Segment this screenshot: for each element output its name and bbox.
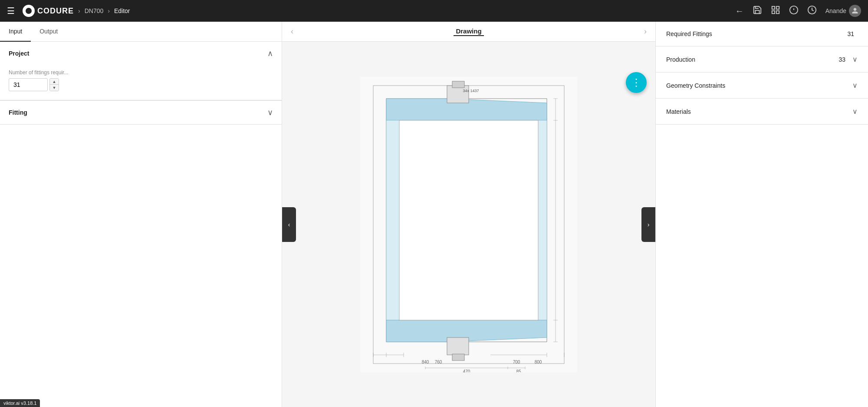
back-icon[interactable]: ← bbox=[735, 6, 744, 16]
left-toggle-icon: ‹ bbox=[288, 221, 290, 228]
materials-chevron-icon: ∨ bbox=[852, 107, 858, 116]
project-section-content: Number of fittings requir... ▲ ▼ bbox=[0, 65, 282, 100]
drawing-title: Drawing bbox=[456, 27, 481, 35]
main-layout: Input Output Project ∧ Number of fitting… bbox=[0, 22, 868, 407]
user-name: Anande bbox=[825, 7, 846, 14]
svg-rect-2 bbox=[772, 10, 774, 13]
fitting-chevron-icon: ∨ bbox=[267, 108, 273, 117]
svg-rect-1 bbox=[776, 6, 779, 9]
svg-rect-15 bbox=[452, 81, 464, 88]
fittings-stepper: ▲ ▼ bbox=[49, 78, 59, 91]
right-section-geometry: Geometry Constraints ∨ bbox=[656, 73, 868, 99]
svg-rect-16 bbox=[447, 338, 469, 355]
svg-text:840: 840 bbox=[422, 360, 429, 364]
fitting-section-header[interactable]: Fitting ∨ bbox=[0, 101, 282, 124]
right-section-required-fittings: Required Fittings 31 bbox=[656, 22, 868, 46]
svg-text:34x 1437: 34x 1437 bbox=[463, 89, 479, 93]
svg-rect-3 bbox=[776, 10, 779, 13]
drawing-canvas: ⋮ ‹ › bbox=[282, 42, 655, 407]
fitting-section: Fitting ∨ bbox=[0, 101, 282, 125]
fittings-number-input[interactable] bbox=[9, 78, 48, 91]
right-panel-toggle[interactable]: › bbox=[641, 207, 655, 242]
production-right: 33 ∨ bbox=[838, 55, 858, 63]
stepper-down-button[interactable]: ▼ bbox=[50, 85, 59, 91]
project-section-header[interactable]: Project ∧ bbox=[0, 42, 282, 65]
center-area: ‹ Drawing › ⋮ ‹ › bbox=[282, 22, 655, 407]
geometry-chevron-icon: ∨ bbox=[852, 81, 858, 89]
tab-bar: Input Output bbox=[0, 22, 282, 42]
production-value: 33 bbox=[838, 56, 845, 63]
stepper-up-button[interactable]: ▲ bbox=[50, 79, 59, 85]
info-icon[interactable] bbox=[789, 5, 799, 17]
required-fittings-right: 31 bbox=[847, 30, 858, 37]
fab-more-icon: ⋮ bbox=[631, 76, 642, 89]
required-fittings-value: 31 bbox=[847, 30, 854, 37]
user-avatar bbox=[849, 5, 861, 17]
geometry-right: ∨ bbox=[852, 81, 858, 89]
project-section-title: Project bbox=[9, 50, 29, 57]
svg-rect-17 bbox=[452, 354, 464, 361]
logo-inner bbox=[26, 8, 32, 14]
fittings-field-label: Number of fittings requir... bbox=[9, 69, 273, 76]
svg-rect-0 bbox=[772, 6, 774, 9]
fittings-input-row: ▲ ▼ bbox=[9, 78, 273, 91]
save-icon[interactable] bbox=[753, 5, 762, 17]
geometry-header[interactable]: Geometry Constraints ∨ bbox=[656, 73, 868, 98]
breadcrumb-arrow-2: › bbox=[108, 7, 110, 14]
right-toggle-icon: › bbox=[648, 221, 650, 228]
logo-circle bbox=[23, 5, 35, 17]
tab-output[interactable]: Output bbox=[31, 22, 66, 42]
top-navigation: ☰ CODURE › DN700 › Editor ← Anande bbox=[0, 0, 868, 22]
logo-text: CODURE bbox=[37, 7, 74, 16]
svg-text:800: 800 bbox=[535, 360, 542, 364]
drawing-left-arrow[interactable]: ‹ bbox=[291, 27, 293, 36]
fitting-section-title: Fitting bbox=[9, 109, 27, 116]
topnav-left: ☰ CODURE › DN700 › Editor bbox=[7, 5, 735, 17]
logo: CODURE bbox=[23, 5, 74, 17]
history-icon[interactable] bbox=[807, 5, 817, 17]
materials-header[interactable]: Materials ∨ bbox=[656, 99, 868, 124]
tab-input[interactable]: Input bbox=[0, 22, 31, 42]
materials-title: Materials bbox=[666, 108, 691, 115]
user-section[interactable]: Anande bbox=[825, 5, 861, 17]
version-bar: viktor.ai v3.18.1 bbox=[0, 399, 40, 407]
hamburger-menu-icon[interactable]: ☰ bbox=[7, 6, 15, 16]
drawing-right-arrow[interactable]: › bbox=[644, 27, 647, 36]
drawing-svg: 840 760 700 800 470 85 34x 1437 bbox=[360, 77, 577, 372]
svg-rect-14 bbox=[447, 86, 469, 103]
right-section-production: Production 33 ∨ bbox=[656, 46, 868, 73]
fab-more-button[interactable]: ⋮ bbox=[626, 72, 647, 93]
svg-rect-13 bbox=[399, 120, 538, 320]
left-panel-toggle[interactable]: ‹ bbox=[282, 207, 296, 242]
drawing-header: ‹ Drawing › bbox=[282, 22, 655, 42]
version-text: viktor.ai v3.18.1 bbox=[3, 400, 36, 406]
svg-text:470: 470 bbox=[463, 369, 470, 372]
production-title: Production bbox=[666, 56, 695, 63]
geometry-title: Geometry Constraints bbox=[666, 82, 725, 89]
required-fittings-title: Required Fittings bbox=[666, 30, 712, 37]
svg-text:760: 760 bbox=[435, 360, 442, 364]
topnav-right: ← Anande bbox=[735, 5, 861, 17]
required-fittings-header[interactable]: Required Fittings 31 bbox=[656, 22, 868, 46]
grid-icon[interactable] bbox=[771, 5, 780, 17]
right-section-materials: Materials ∨ bbox=[656, 99, 868, 125]
svg-text:700: 700 bbox=[513, 360, 520, 364]
production-chevron-icon: ∨ bbox=[852, 55, 858, 63]
project-chevron-up-icon: ∧ bbox=[267, 49, 273, 58]
drawing-title-block: Drawing bbox=[454, 27, 484, 36]
svg-text:85: 85 bbox=[516, 369, 521, 372]
project-section: Project ∧ Number of fittings requir... ▲… bbox=[0, 42, 282, 100]
right-panel: Required Fittings 31 Production 33 ∨ Geo… bbox=[655, 22, 868, 407]
breadcrumb-editor[interactable]: Editor bbox=[114, 7, 130, 14]
materials-right: ∨ bbox=[852, 107, 858, 116]
drawing-title-underline bbox=[454, 35, 484, 36]
left-panel: Input Output Project ∧ Number of fitting… bbox=[0, 22, 282, 407]
breadcrumb-dn700[interactable]: DN700 bbox=[85, 7, 104, 14]
production-header[interactable]: Production 33 ∨ bbox=[656, 46, 868, 72]
breadcrumb-arrow-1: › bbox=[78, 7, 80, 14]
